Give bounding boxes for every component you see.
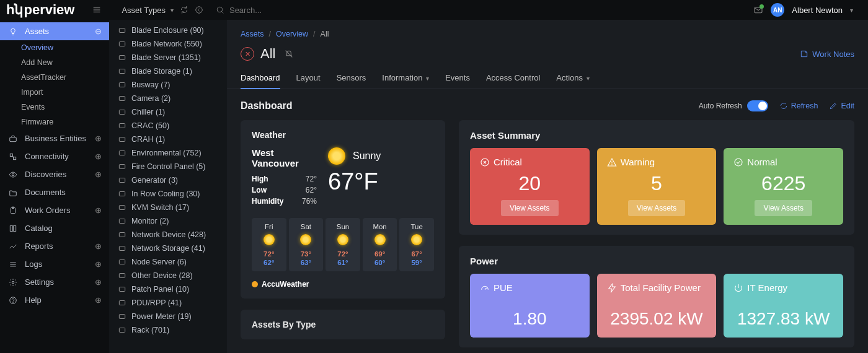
breadcrumb-current: All — [321, 30, 329, 38]
asset-type-item[interactable]: Power Meter (19) — [109, 310, 227, 323]
breadcrumb-assets[interactable]: Assets — [241, 30, 264, 38]
nav-connectivity[interactable]: Connectivity⊕ — [0, 147, 109, 165]
nav-logs[interactable]: Logs⊕ — [0, 255, 109, 273]
plus-icon[interactable]: ⊕ — [95, 277, 102, 287]
view-warning-button[interactable]: View Assets — [628, 200, 685, 216]
asset-type-item[interactable]: Network Storage (41) — [109, 242, 227, 255]
device-icon — [118, 135, 126, 144]
asset-type-item[interactable]: Environmental (752) — [109, 146, 227, 160]
asset-type-item[interactable]: Network Device (428) — [109, 228, 227, 242]
asset-type-item[interactable]: Blade Enclosure (90) — [109, 24, 227, 37]
tab-actions[interactable]: Actions ▾ — [556, 69, 589, 89]
nav-business-entities[interactable]: Business Entities⊕ — [0, 129, 109, 147]
nav-discoveries[interactable]: Discoveries⊕ — [0, 165, 109, 183]
warning-icon — [607, 157, 617, 167]
tabs: Dashboard Layout Sensors Information ▾ E… — [227, 67, 868, 89]
back-icon[interactable] — [195, 6, 203, 14]
asset-type-item[interactable]: Rack (701) — [109, 323, 227, 337]
svg-rect-26 — [119, 110, 125, 115]
asset-type-item[interactable]: CRAH (1) — [109, 133, 227, 146]
refresh-icon[interactable] — [180, 6, 188, 14]
collapse-icon[interactable]: ⊖ — [95, 27, 102, 36]
tab-access-control[interactable]: Access Control — [486, 69, 540, 89]
asset-type-item[interactable]: CRAC (50) — [109, 119, 227, 133]
check-circle-icon — [733, 157, 743, 167]
asset-type-item[interactable]: Blade Server (1351) — [109, 51, 227, 64]
asset-type-item[interactable]: Generator (3) — [109, 173, 227, 187]
critical-card: Critical 20 View Assets — [470, 148, 590, 225]
plus-icon[interactable]: ⊕ — [95, 295, 102, 305]
view-normal-button[interactable]: View Assets — [755, 200, 812, 216]
work-notes-button[interactable]: Work Notes — [800, 50, 854, 59]
asset-type-item[interactable]: Node Server (6) — [109, 255, 227, 269]
username[interactable]: Albert Newton — [792, 6, 843, 15]
panel-title[interactable]: Asset Types ▾ — [122, 6, 174, 15]
plus-icon[interactable]: ⊕ — [95, 134, 102, 143]
nav-sub-add-new[interactable]: Add New — [0, 55, 109, 70]
asset-type-item[interactable]: Blade Storage (1) — [109, 64, 227, 78]
x-circle-icon — [480, 157, 490, 167]
edit-button[interactable]: Edit — [829, 102, 854, 110]
asset-type-item[interactable]: Camera (2) — [109, 92, 227, 105]
device-icon — [118, 244, 126, 253]
svg-point-19 — [13, 302, 14, 303]
menu-toggle-icon[interactable] — [92, 5, 102, 15]
nav-catalog[interactable]: Catalog — [0, 219, 109, 237]
nav-documents[interactable]: Documents — [0, 183, 109, 201]
chevron-down-icon[interactable]: ▾ — [850, 7, 853, 14]
sun-icon — [337, 234, 348, 245]
tab-sensors[interactable]: Sensors — [337, 69, 366, 89]
section-title: Dashboard — [241, 100, 293, 111]
nav-sub-overview[interactable]: Overview — [0, 40, 109, 55]
asset-type-item[interactable]: Patch Panel (10) — [109, 282, 227, 296]
plus-icon[interactable]: ⊕ — [95, 152, 102, 161]
asset-type-item[interactable]: KVM Switch (17) — [109, 201, 227, 214]
plus-icon[interactable]: ⊕ — [95, 206, 102, 215]
chart-icon — [9, 242, 19, 251]
asset-type-item[interactable]: Other Device (28) — [109, 269, 227, 282]
nav-sub-firmware[interactable]: Firmware — [0, 115, 109, 129]
asset-type-item[interactable]: Busway (7) — [109, 78, 227, 92]
breadcrumb-overview[interactable]: Overview — [276, 30, 308, 38]
view-critical-button[interactable]: View Assets — [501, 200, 558, 216]
plus-icon[interactable]: ⊕ — [95, 170, 102, 179]
tab-layout[interactable]: Layout — [296, 69, 321, 89]
svg-rect-38 — [119, 274, 125, 278]
nav-sub-import[interactable]: Import — [0, 85, 109, 100]
asset-type-item[interactable]: PDU/RPP (41) — [109, 296, 227, 310]
plus-icon[interactable]: ⊕ — [95, 259, 102, 269]
tab-events[interactable]: Events — [445, 69, 470, 89]
nav-help[interactable]: Help⊕ — [0, 291, 109, 309]
asset-type-item[interactable]: Fire Control Panel (5) — [109, 160, 227, 173]
nav-reports[interactable]: Reports⊕ — [0, 237, 109, 255]
pencil-icon — [829, 102, 838, 110]
nav-sub-assettracker[interactable]: AssetTracker — [0, 70, 109, 85]
svg-rect-34 — [119, 219, 125, 224]
asset-type-item[interactable]: Monitor (2) — [109, 214, 227, 228]
svg-marker-51 — [608, 284, 615, 292]
bell-off-icon[interactable] — [284, 49, 294, 59]
nav-settings[interactable]: Settings⊕ — [0, 273, 109, 291]
assets-by-type-title: Assets By Type — [252, 320, 434, 329]
close-icon[interactable]: ✕ — [241, 47, 254, 61]
search[interactable] — [216, 6, 753, 15]
device-icon — [118, 81, 126, 89]
nav-sub-events[interactable]: Events — [0, 100, 109, 115]
bolt-icon — [607, 283, 617, 293]
device-icon — [118, 190, 126, 198]
auto-refresh-toggle[interactable] — [747, 100, 768, 111]
asset-type-item[interactable]: In Row Cooling (30) — [109, 187, 227, 201]
search-input[interactable] — [229, 6, 415, 15]
nav-assets[interactable]: Assets ⊖ — [0, 22, 109, 40]
asset-type-item[interactable]: Chiller (1) — [109, 105, 227, 119]
forecast-day: Fri72°62° — [252, 218, 286, 271]
asset-type-item[interactable]: Blade Network (550) — [109, 37, 227, 51]
tab-information[interactable]: Information ▾ — [382, 69, 429, 89]
svg-rect-40 — [119, 301, 125, 305]
avatar[interactable]: AN — [771, 3, 784, 17]
mail-icon[interactable] — [753, 5, 763, 15]
nav-work-orders[interactable]: Work Orders⊕ — [0, 201, 109, 219]
tab-dashboard[interactable]: Dashboard — [241, 69, 280, 89]
plus-icon[interactable]: ⊕ — [95, 242, 102, 251]
refresh-button[interactable]: Refresh — [779, 102, 818, 110]
